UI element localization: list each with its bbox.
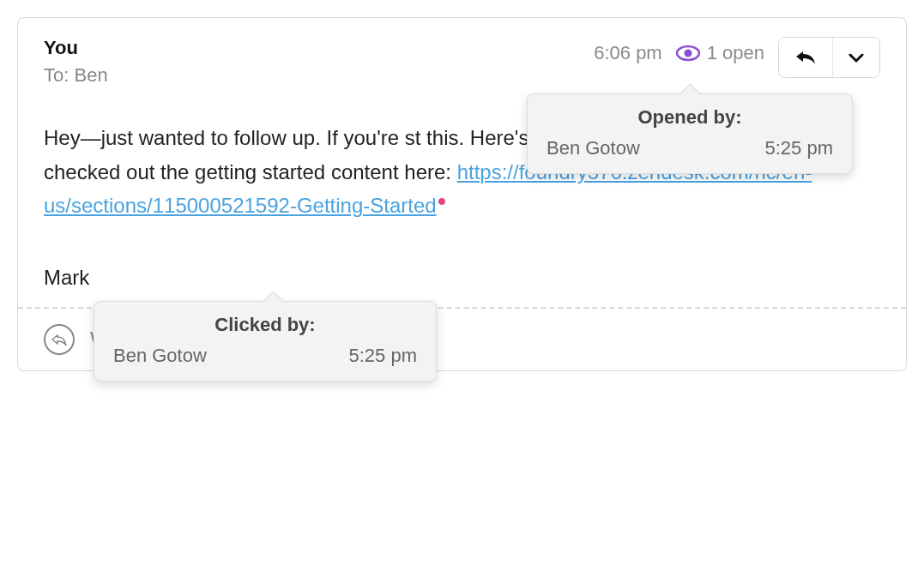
reply-icon [794, 49, 817, 66]
to-recipient: Ben [74, 64, 107, 86]
svg-point-1 [684, 50, 691, 57]
opened-popover-time: 5:25 pm [765, 137, 834, 159]
clicked-popover-name: Ben Gotow [113, 345, 207, 367]
sender-name: You [44, 37, 108, 59]
chevron-down-icon [849, 52, 864, 63]
timestamp: 6:06 pm [594, 37, 662, 64]
reply-arrow-icon [51, 333, 68, 346]
reply-circle-icon [44, 324, 75, 355]
opened-by-popover: Opened by: Ben Gotow 5:25 pm [527, 93, 853, 174]
email-card: You To: Ben 6:06 pm 1 open [17, 17, 907, 371]
open-count: 1 open [707, 42, 764, 64]
link-tracked-indicator-icon [438, 198, 445, 205]
to-line: To: Ben [44, 64, 108, 87]
reply-button[interactable] [779, 38, 833, 77]
to-prefix: To: [44, 64, 74, 86]
open-tracker[interactable]: 1 open [676, 37, 764, 64]
opened-popover-name: Ben Gotow [547, 137, 640, 159]
clicked-by-popover: Clicked by: Ben Gotow 5:25 pm [94, 301, 437, 382]
eye-icon [676, 44, 700, 63]
more-actions-button[interactable] [833, 38, 879, 77]
email-header: You To: Ben 6:06 pm 1 open [18, 18, 906, 87]
opened-popover-title: Opened by: [547, 106, 833, 129]
signature: Mark [18, 240, 906, 307]
clicked-popover-title: Clicked by: [113, 314, 417, 336]
action-buttons [778, 37, 880, 78]
clicked-popover-time: 5:25 pm [349, 345, 418, 367]
